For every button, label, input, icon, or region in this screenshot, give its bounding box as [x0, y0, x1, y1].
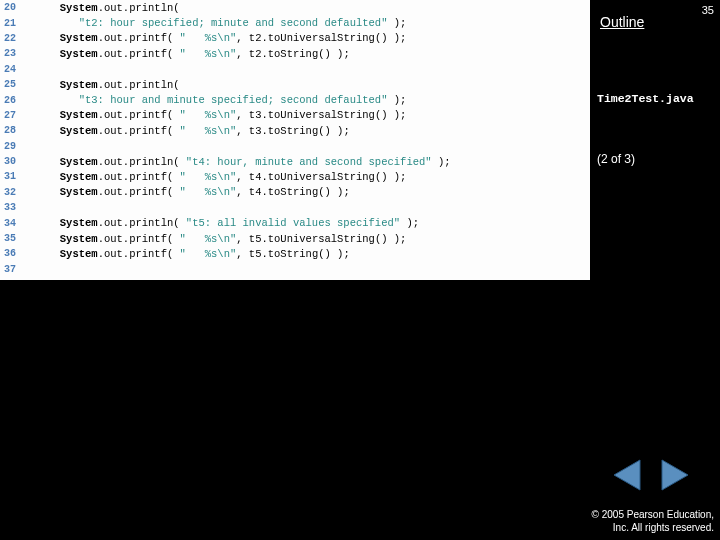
line-number: 26: [0, 95, 22, 106]
code-line: 35 System.out.printf( " %s\n", t5.toUniv…: [0, 231, 590, 246]
code-line: 28 System.out.printf( " %s\n", t3.toStri…: [0, 123, 590, 138]
copyright: © 2005 Pearson Education, Inc. All right…: [592, 508, 714, 534]
line-number: 23: [0, 48, 22, 59]
code-text: System.out.printf( " %s\n", t3.toUnivers…: [22, 109, 406, 121]
part-indicator: (2 of 3): [597, 152, 635, 166]
code-text: "t2: hour specified; minute and second d…: [22, 17, 406, 29]
next-button[interactable]: [658, 458, 692, 492]
line-number: 30: [0, 156, 22, 167]
line-number: 34: [0, 218, 22, 229]
copyright-line1: © 2005 Pearson Education,: [592, 508, 714, 521]
line-number: 25: [0, 79, 22, 90]
line-number: 24: [0, 64, 22, 75]
code-line: 27 System.out.printf( " %s\n", t3.toUniv…: [0, 108, 590, 123]
prev-button[interactable]: [610, 458, 644, 492]
line-number: 31: [0, 171, 22, 182]
line-number: 36: [0, 248, 22, 259]
code-line: 21 "t2: hour specified; minute and secon…: [0, 15, 590, 30]
code-line: 36 System.out.printf( " %s\n", t5.toStri…: [0, 246, 590, 261]
code-text: System.out.println(: [22, 2, 180, 14]
line-number: 28: [0, 125, 22, 136]
code-line: 23 System.out.printf( " %s\n", t2.toStri…: [0, 46, 590, 61]
code-line: 37: [0, 262, 590, 277]
line-number: 32: [0, 187, 22, 198]
code-text: System.out.println( "t4: hour, minute an…: [22, 156, 451, 168]
code-panel: 20 System.out.println(21 "t2: hour speci…: [0, 0, 590, 280]
code-text: System.out.printf( " %s\n", t4.toUnivers…: [22, 171, 406, 183]
code-text: System.out.printf( " %s\n", t3.toString(…: [22, 125, 350, 137]
code-line: 31 System.out.printf( " %s\n", t4.toUniv…: [0, 169, 590, 184]
code-line: 20 System.out.println(: [0, 0, 590, 15]
code-line: 32 System.out.printf( " %s\n", t4.toStri…: [0, 185, 590, 200]
line-number: 21: [0, 18, 22, 29]
svg-marker-0: [614, 460, 640, 490]
code-text: System.out.printf( " %s\n", t4.toString(…: [22, 186, 350, 198]
file-name: Time2Test.java: [597, 92, 694, 105]
arrow-right-icon: [658, 480, 692, 495]
line-number: 20: [0, 2, 22, 13]
line-number: 35: [0, 233, 22, 244]
code-line: 26 "t3: hour and minute specified; secon…: [0, 92, 590, 107]
line-number: 22: [0, 33, 22, 44]
arrow-left-icon: [610, 480, 644, 495]
svg-marker-1: [662, 460, 688, 490]
page-number: 35: [702, 4, 714, 16]
line-number: 27: [0, 110, 22, 121]
line-number: 37: [0, 264, 22, 275]
code-line: 22 System.out.printf( " %s\n", t2.toUniv…: [0, 31, 590, 46]
nav-arrows: [610, 458, 692, 492]
slide: 20 System.out.println(21 "t2: hour speci…: [0, 0, 720, 540]
code-line: 25 System.out.println(: [0, 77, 590, 92]
outline-heading: Outline: [600, 14, 644, 30]
code-text: System.out.printf( " %s\n", t2.toUnivers…: [22, 32, 406, 44]
code-line: 30 System.out.println( "t4: hour, minute…: [0, 154, 590, 169]
code-text: System.out.printf( " %s\n", t2.toString(…: [22, 48, 350, 60]
line-number: 33: [0, 202, 22, 213]
code-text: System.out.printf( " %s\n", t5.toUnivers…: [22, 233, 406, 245]
code-line: 34 System.out.println( "t5: all invalid …: [0, 215, 590, 230]
code-text: "t3: hour and minute specified; second d…: [22, 94, 406, 106]
code-line: 33: [0, 200, 590, 215]
code-line: 29: [0, 139, 590, 154]
code-text: System.out.println( "t5: all invalid val…: [22, 217, 419, 229]
code-line: 24: [0, 62, 590, 77]
copyright-line2: Inc. All rights reserved.: [592, 521, 714, 534]
code-text: System.out.printf( " %s\n", t5.toString(…: [22, 248, 350, 260]
line-number: 29: [0, 141, 22, 152]
code-text: System.out.println(: [22, 79, 180, 91]
